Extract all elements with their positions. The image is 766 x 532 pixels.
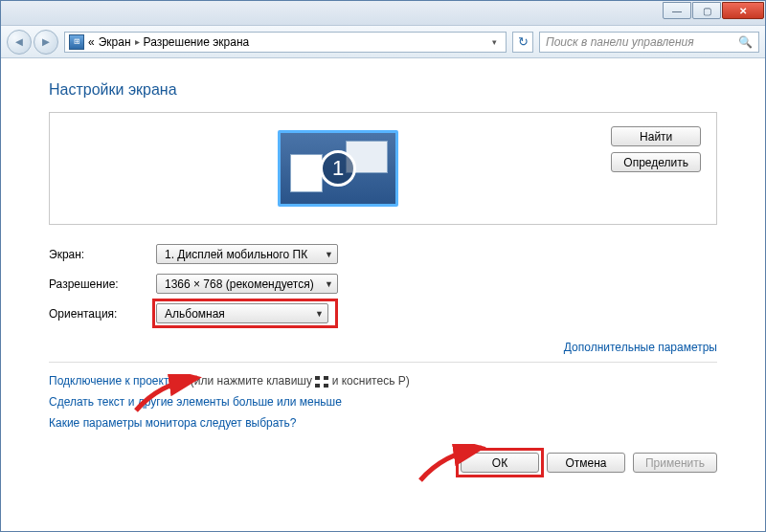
display-row: Экран: 1. Дисплей мобильного ПК ▼ [49, 244, 717, 264]
display-thumbnail[interactable]: 1 [278, 130, 398, 207]
ok-button[interactable]: ОК [461, 453, 539, 473]
whichmonitor-line: Какие параметры монитора следует выбрать… [49, 416, 717, 430]
resolution-value: 1366 × 768 (рекомендуется) [165, 277, 314, 291]
search-icon: 🔍 [738, 35, 753, 49]
display-label: Экран: [49, 248, 156, 261]
back-button[interactable]: ◄ [7, 30, 32, 55]
resolution-row: Разрешение: 1366 × 768 (рекомендуется) ▼ [49, 274, 717, 294]
breadcrumb-item[interactable]: Экран [99, 35, 131, 49]
projector-line: Подключение к проектору (или нажмите кла… [49, 374, 717, 388]
page-title: Настройки экрана [49, 81, 717, 99]
preview-window-icon [290, 154, 323, 192]
advanced-link-row: Дополнительные параметры [49, 341, 717, 354]
settings-form: Экран: 1. Дисплей мобильного ПК ▼ Разреш… [49, 244, 717, 323]
nav-history-buttons: ◄ ► [7, 30, 58, 55]
orientation-dropdown[interactable]: Альбомная ▼ [156, 303, 328, 323]
projector-hint-2: и коснитесь P) [332, 374, 410, 388]
chevron-down-icon: ▼ [325, 250, 333, 259]
action-buttons: ОК Отмена Применить [49, 453, 717, 473]
breadcrumb-prefix: « [88, 35, 95, 49]
breadcrumb-separator: ▸ [135, 36, 140, 47]
titlebar: — ▢ ✕ [1, 1, 765, 26]
breadcrumb-item[interactable]: Разрешение экрана [144, 35, 250, 49]
apply-button[interactable]: Применить [633, 453, 717, 473]
orientation-row: Ориентация: Альбомная ▼ [49, 303, 717, 323]
display-preview-frame: 1 Найти Определить [49, 112, 717, 225]
projector-link[interactable]: Подключение к проектору [49, 374, 188, 388]
advanced-settings-link[interactable]: Дополнительные параметры [564, 341, 717, 354]
address-dropdown-icon[interactable]: ▾ [486, 37, 502, 47]
orientation-label: Ориентация: [49, 307, 156, 321]
display-side-buttons: Найти Определить [611, 126, 701, 172]
display-value: 1. Дисплей мобильного ПК [165, 248, 307, 261]
address-bar[interactable]: ⊞ « Экран ▸ Разрешение экрана ▾ [64, 32, 507, 53]
detect-button[interactable]: Определить [611, 152, 701, 172]
textsize-line: Сделать текст и другие элементы больше и… [49, 395, 717, 409]
chevron-down-icon: ▼ [325, 279, 333, 289]
resolution-label: Разрешение: [49, 277, 156, 291]
control-panel-icon: ⊞ [69, 34, 84, 50]
minimize-button[interactable]: — [663, 2, 691, 19]
window-frame: — ▢ ✕ ◄ ► ⊞ « Экран ▸ Разрешение экрана … [0, 0, 766, 532]
textsize-link[interactable]: Сделать текст и другие элементы больше и… [49, 395, 342, 409]
display-number-badge: 1 [320, 150, 356, 187]
find-button[interactable]: Найти [611, 126, 701, 146]
separator [49, 362, 717, 363]
display-dropdown[interactable]: 1. Дисплей мобильного ПК ▼ [156, 244, 338, 264]
maximize-button[interactable]: ▢ [692, 2, 721, 19]
cancel-button[interactable]: Отмена [547, 453, 625, 473]
search-placeholder: Поиск в панели управления [546, 35, 694, 49]
resolution-dropdown[interactable]: 1366 × 768 (рекомендуется) ▼ [156, 274, 338, 294]
whichmonitor-link[interactable]: Какие параметры монитора следует выбрать… [49, 416, 297, 430]
forward-button[interactable]: ► [34, 30, 58, 55]
projector-hint-1: (или нажмите клавишу [191, 374, 316, 388]
content: Настройки экрана 1 Найти Определить Экра… [1, 58, 765, 492]
navbar: ◄ ► ⊞ « Экран ▸ Разрешение экрана ▾ ↻ По… [1, 26, 765, 58]
refresh-button[interactable]: ↻ [512, 32, 533, 53]
orientation-value: Альбомная [165, 307, 225, 321]
close-button[interactable]: ✕ [722, 2, 764, 19]
display-preview-wrap: 1 [65, 126, 611, 211]
ok-wrap: ОК [461, 453, 539, 473]
chevron-down-icon: ▼ [315, 309, 324, 319]
windows-key-icon [315, 376, 328, 388]
search-input[interactable]: Поиск в панели управления 🔍 [539, 32, 759, 53]
